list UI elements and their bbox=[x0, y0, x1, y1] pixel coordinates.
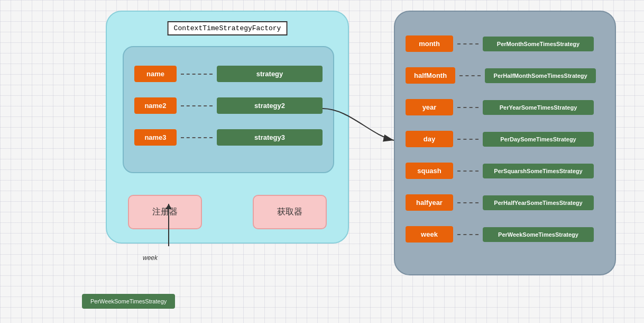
row-item-3: name3 strategy3 bbox=[124, 129, 333, 146]
right-key-day: day bbox=[406, 131, 453, 147]
right-dashed-4 bbox=[457, 139, 479, 140]
right-dashed-7 bbox=[457, 234, 479, 235]
right-dashed-2 bbox=[459, 75, 481, 76]
right-panel: month PerMonthSomeTimesStrategy halfMont… bbox=[394, 11, 616, 275]
right-dashed-5 bbox=[457, 171, 479, 172]
right-key-halfmonth: halfMonth bbox=[406, 67, 455, 84]
right-row-3: year PerYearSomeTimesStrategy bbox=[395, 99, 615, 115]
right-value-halfmonth: PerHalfMonthSomeTimesStrategy bbox=[485, 68, 596, 83]
right-dashed-3 bbox=[457, 107, 479, 108]
key-box-name3: name3 bbox=[134, 129, 177, 146]
dashed-line-3 bbox=[181, 137, 213, 138]
dashed-line-2 bbox=[181, 105, 213, 106]
row-item-1: name strategy bbox=[124, 66, 333, 82]
right-key-squash: squash bbox=[406, 163, 453, 179]
right-value-year: PerYearSomeTimesStrategy bbox=[483, 100, 594, 115]
key-box-name2: name2 bbox=[134, 97, 177, 114]
value-box-strategy2: strategy2 bbox=[217, 97, 323, 114]
right-row-5: squash PerSquarshSomeTimesStrategy bbox=[395, 163, 615, 179]
row-item-2: name2 strategy2 bbox=[124, 97, 333, 114]
right-dashed-1 bbox=[457, 43, 479, 44]
right-row-6: halfyear PerHalfYearSomeTimesStrategy bbox=[395, 194, 615, 211]
main-container: ContextTimeStrategyFactory name strategy… bbox=[106, 11, 349, 244]
get-box: 获取器 bbox=[253, 195, 327, 229]
bottom-green-box: PerWeekSomeTimesStrategy bbox=[82, 294, 175, 309]
right-value-day: PerDaySomeTimesStrategy bbox=[483, 132, 594, 147]
right-dashed-6 bbox=[457, 202, 479, 203]
right-row-1: month PerMonthSomeTimesStrategy bbox=[395, 35, 615, 52]
right-value-squash: PerSquarshSomeTimesStrategy bbox=[483, 164, 594, 178]
right-value-week: PerWeekSomeTimesStrategy bbox=[483, 227, 594, 242]
main-title: ContextTimeStrategyFactory bbox=[168, 21, 288, 35]
dashed-line-1 bbox=[181, 74, 213, 75]
arrow-up bbox=[168, 204, 169, 246]
right-row-7: week PerWeekSomeTimesStrategy bbox=[395, 226, 615, 243]
right-row-4: day PerDaySomeTimesStrategy bbox=[395, 131, 615, 147]
right-key-week: week bbox=[406, 226, 453, 243]
right-key-month: month bbox=[406, 35, 453, 52]
inner-container: name strategy name2 strategy2 name3 stra… bbox=[123, 46, 334, 173]
right-value-month: PerMonthSomeTimesStrategy bbox=[483, 37, 594, 51]
right-key-halfyear: halfyear bbox=[406, 194, 453, 211]
value-box-strategy3: strategy3 bbox=[217, 129, 323, 146]
right-key-year: year bbox=[406, 99, 453, 115]
key-box-name: name bbox=[134, 66, 177, 82]
arrow-label: week bbox=[143, 254, 158, 262]
right-row-2: halfMonth PerHalfMonthSomeTimesStrategy bbox=[395, 67, 615, 84]
value-box-strategy: strategy bbox=[217, 66, 323, 82]
right-value-halfyear: PerHalfYearSomeTimesStrategy bbox=[483, 195, 594, 210]
register-box: 注册器 bbox=[128, 195, 202, 229]
